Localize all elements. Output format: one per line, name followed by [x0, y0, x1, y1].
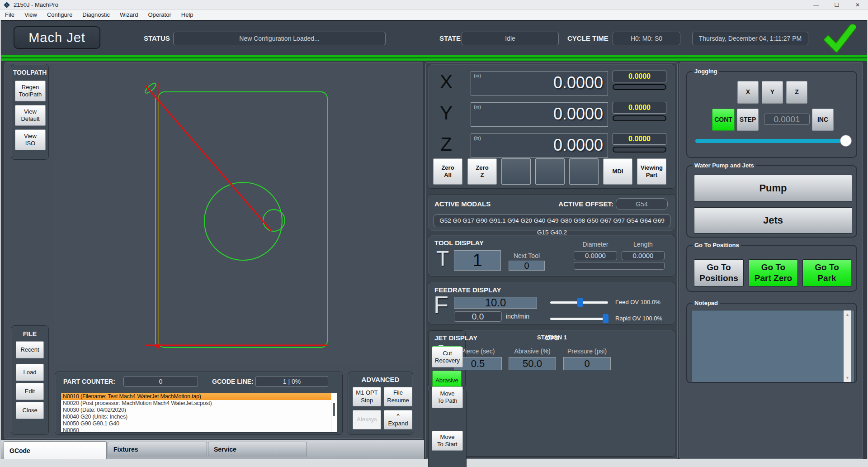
toolpath-display[interactable]: [54, 64, 422, 362]
status-label: STATUS: [144, 34, 170, 42]
dro-z-readout[interactable]: (in) 0.0000: [471, 133, 608, 158]
blank-button-2[interactable]: [535, 158, 565, 185]
state-value: Idle: [462, 32, 559, 45]
close-button[interactable]: ✕: [847, 0, 868, 10]
cut-recovery-button[interactable]: Cut Recovery: [432, 347, 463, 367]
goto-park-button[interactable]: Go To Park: [802, 259, 851, 286]
next-tool-value: 0: [509, 261, 545, 271]
jog-step-button[interactable]: STEP: [737, 109, 759, 131]
dro-y-machine-bar: [613, 115, 666, 121]
view-default-button[interactable]: View Default: [15, 105, 46, 126]
jogging-column: Jogging X Y Z CONT STEP 0.0001 INC Water…: [679, 62, 863, 459]
goto-part-zero-button[interactable]: Go To Part Zero: [749, 259, 798, 286]
active-modals-title: ACTIVE MODALS: [434, 200, 491, 208]
menu-operator[interactable]: Operator: [143, 10, 176, 20]
gcode-row[interactable]: N0020 (Post processor: MachMotion Mach4 …: [61, 400, 337, 407]
regen-toolpath-button[interactable]: Regen ToolPath: [15, 81, 46, 101]
jog-speed-slider[interactable]: [695, 139, 850, 143]
gcode-scrollbar[interactable]: [331, 393, 337, 432]
gcode-scrollbar-thumb[interactable]: [333, 403, 335, 416]
blank-button-3[interactable]: [569, 158, 599, 185]
jets-button[interactable]: Jets: [694, 207, 852, 234]
menu-diagnostic[interactable]: Diagnostic: [77, 10, 115, 20]
dro-x-unit: (in): [474, 73, 481, 78]
dro-x-machine-bar: [613, 84, 666, 90]
gcode-row-selected[interactable]: N0010 (Filename: Test Mach4 WaterJet Mac…: [61, 393, 337, 400]
tool-display-title: TOOL DISPLAY: [434, 239, 484, 247]
tool-length-value: 0.0000: [622, 251, 665, 260]
file-panel: FILE Recent Load Edit Close: [11, 325, 49, 435]
tab-fixtures[interactable]: Fixtures: [108, 442, 207, 457]
menu-view[interactable]: View: [19, 10, 42, 20]
zero-all-button[interactable]: Zero All: [433, 158, 462, 185]
dro-y-value: 0.0000: [553, 105, 603, 124]
menu-help[interactable]: Help: [176, 10, 198, 20]
jog-z-button[interactable]: Z: [786, 81, 807, 104]
state-label: STATE: [439, 34, 461, 42]
menu-configure[interactable]: Configure: [42, 10, 77, 20]
jog-x-button[interactable]: X: [737, 81, 759, 104]
gcode-row[interactable]: N0040 G20 (Units: Inches): [61, 414, 337, 420]
zero-z-button[interactable]: Zero Z: [467, 158, 497, 185]
maximize-button[interactable]: ☐: [826, 0, 847, 10]
alexsys-button[interactable]: Alexsys: [353, 410, 381, 429]
move-to-path-button[interactable]: Move To Path: [432, 386, 463, 408]
dro-y-readout[interactable]: (in) 0.0000: [471, 102, 608, 127]
tab-service[interactable]: Service: [208, 442, 307, 457]
header: Mach Jet STATUS New Configuration Loaded…: [0, 20, 868, 55]
gcode-listing[interactable]: N0010 (Filename: Test Mach4 WaterJet Mac…: [61, 393, 337, 433]
viewing-part-button[interactable]: Viewing Part: [637, 158, 666, 185]
jog-increment-value[interactable]: 0.0001: [764, 114, 810, 125]
scroll-down-icon[interactable]: ▼: [844, 376, 851, 380]
menu-file[interactable]: File: [0, 10, 19, 20]
tab-gcode[interactable]: GCode: [4, 441, 107, 459]
dro-panel: X (in) 0.0000 0.0000 Y (in) 0.0000 0.000…: [428, 64, 675, 189]
feed-override-handle[interactable]: [577, 298, 583, 307]
rapid-override-slider[interactable]: [550, 318, 608, 320]
minimize-button[interactable]: —: [806, 0, 826, 10]
rapid-override-handle[interactable]: [603, 314, 609, 323]
pressure-value[interactable]: 0: [563, 357, 611, 370]
gcode-row[interactable]: N0030 (Date: 04/02/2020): [61, 407, 337, 414]
scroll-up-icon[interactable]: ▲: [844, 312, 851, 317]
abrasive-value[interactable]: 50.0: [509, 357, 556, 370]
jog-cont-button[interactable]: CONT: [712, 109, 735, 131]
menu-wizard[interactable]: Wizard: [115, 10, 143, 20]
pump-button[interactable]: Pump: [694, 175, 852, 202]
dro-x-readout[interactable]: (in) 0.0000: [471, 71, 608, 95]
dro-z-value: 0.0000: [553, 136, 603, 155]
water-pump-jets-group: Water Pump and Jets Pump Jets: [686, 165, 857, 238]
file-resume-button[interactable]: File Resume: [384, 387, 412, 406]
cycle-time-label: CYCLE TIME: [567, 34, 609, 42]
move-to-start-button[interactable]: Move To Start: [432, 431, 463, 451]
file-recent-button[interactable]: Recent: [16, 341, 44, 358]
current-tool-value[interactable]: 1: [454, 250, 501, 271]
jog-y-button[interactable]: Y: [762, 81, 783, 104]
jog-speed-handle[interactable]: [840, 135, 852, 147]
view-iso-button[interactable]: View ISO: [15, 129, 46, 150]
ops-title: OPS: [429, 334, 675, 342]
jog-inc-button[interactable]: INC: [812, 109, 834, 131]
mdi-button[interactable]: MDI: [603, 158, 632, 185]
file-edit-button[interactable]: Edit: [16, 383, 44, 400]
notepad-textarea[interactable]: [692, 310, 854, 382]
gcode-line-value: 1 | 0%: [255, 376, 328, 387]
dro-y-secondary: 0.0000: [613, 102, 666, 114]
gcode-row[interactable]: N0050 G90 G90.1 G40: [61, 420, 337, 427]
tool-display-panel: TOOL DISPLAY T 1 Next Tool 0 Diameter Le…: [428, 235, 675, 276]
tool-letter: T: [436, 246, 449, 271]
notepad-scrollbar[interactable]: ▲ ▼: [844, 310, 851, 382]
m1-opt-stop-button[interactable]: M1 OPT Stop: [353, 387, 381, 406]
blank-button-1[interactable]: [501, 158, 531, 185]
dro-x-value: 0.0000: [553, 73, 603, 92]
file-load-button[interactable]: Load: [16, 364, 44, 381]
gcode-row[interactable]: N0060: [61, 427, 337, 433]
file-close-button[interactable]: Close: [16, 402, 44, 419]
part-counter-label: PART COUNTER:: [63, 378, 115, 385]
goto-positions-button[interactable]: Go To Positions: [694, 259, 744, 286]
feedrate-display-panel: FEEDRATE DISPLAY F 10.0 0.0 inch/min Fee…: [428, 282, 675, 324]
dro-z-secondary: 0.0000: [613, 133, 666, 145]
expand-button[interactable]: ^ Expand: [384, 410, 412, 429]
feedrate-commanded-value[interactable]: 10.0: [454, 297, 537, 309]
window-title: 2150J - MachPro: [14, 1, 58, 8]
